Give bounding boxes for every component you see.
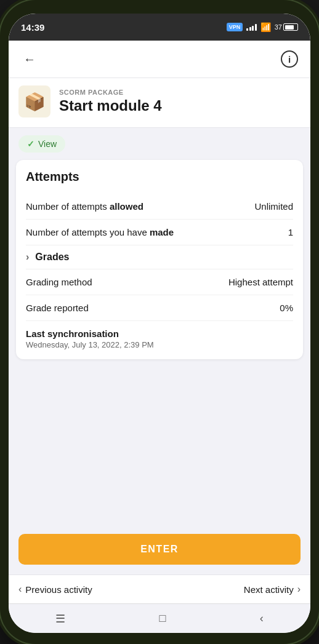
- view-badge[interactable]: ✓ View: [18, 135, 65, 153]
- attempts-allowed-label: Number of attempts allowed: [26, 201, 254, 212]
- status-time: 14:39: [21, 22, 44, 33]
- next-activity-label: Next activity: [244, 584, 294, 595]
- back-nav-icon[interactable]: ‹: [260, 612, 264, 625]
- status-bar: 14:39 VPN 📶 37: [9, 14, 310, 41]
- grade-reported-row: Grade reported 0%: [26, 295, 293, 321]
- grade-reported-label: Grade reported: [26, 303, 280, 313]
- back-button[interactable]: ←: [18, 48, 41, 70]
- grades-label: Grades: [35, 252, 69, 263]
- phone-screen: 14:39 VPN 📶 37: [9, 14, 310, 633]
- grade-reported-value: 0%: [280, 303, 293, 313]
- wifi-icon: 📶: [260, 22, 271, 32]
- next-activity-button[interactable]: Next activity ›: [244, 584, 301, 595]
- prev-arrow-icon: ‹: [18, 584, 22, 595]
- next-arrow-icon: ›: [297, 584, 301, 595]
- grading-method-label: Grading method: [26, 277, 228, 287]
- nav-header: ← i: [9, 41, 310, 78]
- prev-activity-label: Previous activity: [25, 584, 92, 595]
- module-icon: 📦: [18, 85, 50, 117]
- nav-footer: ‹ Previous activity Next activity ›: [9, 574, 310, 603]
- view-label: View: [38, 139, 57, 149]
- enter-button[interactable]: ENTER: [18, 534, 301, 565]
- back-arrow-icon: ←: [23, 52, 36, 66]
- signal-bars-icon: [246, 23, 257, 31]
- menu-icon[interactable]: ☰: [55, 612, 65, 626]
- view-badge-area: ✓ View: [9, 128, 310, 160]
- attempts-made-value: 1: [288, 227, 293, 237]
- module-type-label: SCORM PACKAGE: [59, 89, 301, 96]
- info-button[interactable]: i: [278, 48, 301, 70]
- enter-button-area: ENTER: [9, 527, 310, 574]
- view-check-icon: ✓: [27, 139, 34, 149]
- phone-frame: 14:39 VPN 📶 37: [0, 0, 319, 644]
- attempts-card: Attempts Number of attempts allowed Unli…: [16, 160, 303, 359]
- bottom-bar: ☰ □ ‹: [9, 603, 310, 633]
- attempts-allowed-row: Number of attempts allowed Unlimited: [26, 194, 293, 220]
- info-circle-icon: i: [281, 50, 298, 68]
- battery-percent: 37: [275, 23, 282, 31]
- module-info: SCORM PACKAGE Start module 4: [59, 89, 301, 115]
- home-icon[interactable]: □: [160, 612, 166, 625]
- attempts-allowed-value: Unlimited: [254, 201, 293, 212]
- grading-method-row: Grading method Highest attempt: [26, 269, 293, 295]
- attempts-made-label: Number of attempts you have made: [26, 227, 288, 237]
- sync-date: Wednesday, July 13, 2022, 2:39 PM: [26, 340, 293, 349]
- prev-activity-button[interactable]: ‹ Previous activity: [18, 584, 92, 595]
- sync-title: Last synchronisation: [26, 328, 293, 339]
- sync-section: Last synchronisation Wednesday, July 13,…: [26, 321, 293, 349]
- module-title: Start module 4: [59, 97, 301, 115]
- grades-row[interactable]: › Grades: [26, 245, 293, 269]
- attempts-title: Attempts: [26, 170, 293, 184]
- battery-icon: 37: [275, 23, 298, 31]
- grading-method-value: Highest attempt: [228, 277, 293, 287]
- main-content: ← i 📦 SCORM PACKAGE Start module 4: [9, 41, 310, 633]
- chevron-right-icon: ›: [26, 252, 29, 263]
- attempts-made-row: Number of attempts you have made 1: [26, 220, 293, 245]
- status-icons: VPN 📶 37: [227, 22, 298, 32]
- content-spacer: [9, 369, 310, 527]
- module-icon-emoji: 📦: [24, 92, 46, 112]
- vpn-badge: VPN: [227, 23, 243, 31]
- module-header: 📦 SCORM PACKAGE Start module 4: [9, 78, 310, 128]
